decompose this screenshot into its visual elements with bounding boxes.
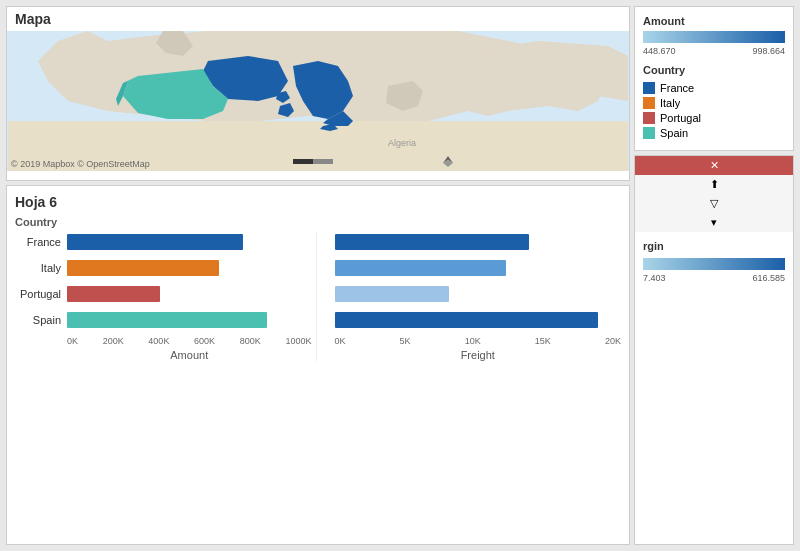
france-color-swatch <box>643 82 655 94</box>
amount-x-axis: 0K 200K 400K 600K 800K 1000K <box>15 336 312 346</box>
margin-max: 616.585 <box>752 273 785 283</box>
freight-bar-france <box>335 234 530 250</box>
table-row: France <box>15 232 312 252</box>
italy-label: Italy <box>660 97 680 109</box>
list-item: Spain <box>643 127 785 139</box>
freight-chart: 0K 5K 10K 15K 20K Freight <box>325 232 622 361</box>
amount-bar-italy <box>67 260 219 276</box>
bar-container <box>335 260 622 276</box>
table-row <box>325 310 622 330</box>
tick: 1000K <box>285 336 311 346</box>
filter-section: ✕ ⬆ ▽ ▾ rgin 7.403 616.585 <box>634 155 794 545</box>
tick: 400K <box>148 336 169 346</box>
freight-x-axis: 0K 5K 10K 15K 20K <box>325 336 622 346</box>
france-label: France <box>660 82 694 94</box>
map-svg: Algeria Irán Turquía <box>7 31 629 171</box>
margin-gradient-labels: 7.403 616.585 <box>643 273 785 283</box>
list-item: France <box>643 82 785 94</box>
bar-container <box>67 312 312 328</box>
list-item: Portugal <box>643 112 785 124</box>
svg-text:Algeria: Algeria <box>388 138 416 148</box>
close-button[interactable]: ✕ <box>635 156 793 175</box>
svg-rect-5 <box>293 159 313 164</box>
bar-container <box>67 234 312 250</box>
amount-min: 448.670 <box>643 46 676 56</box>
tick: 600K <box>194 336 215 346</box>
amount-bar-spain <box>67 312 267 328</box>
export-button[interactable]: ⬆ <box>635 175 793 194</box>
filter-toolbar: ✕ ⬆ ▽ ▾ <box>635 156 793 232</box>
country-legend-items: France Italy Portugal Spain <box>643 82 785 139</box>
amount-chart: France Italy Portugal <box>15 232 317 361</box>
right-panel: Amount 448.670 998.664 Country France It… <box>634 6 794 545</box>
amount-legend: Amount 448.670 998.664 Country France It… <box>634 6 794 151</box>
bar-container <box>335 286 622 302</box>
map-copyright: © 2019 Mapbox © OpenStreetMap <box>11 159 150 169</box>
amount-gradient-bar <box>643 31 785 43</box>
freight-axis-label: Freight <box>325 349 622 361</box>
filter-button[interactable]: ▽ <box>635 194 793 213</box>
italy-color-swatch <box>643 97 655 109</box>
country-legend-title: Country <box>643 64 785 76</box>
tick: 10K <box>465 336 481 346</box>
filter-content: rgin 7.403 616.585 <box>635 232 793 291</box>
table-row <box>325 284 622 304</box>
chart-title: Hoja 6 <box>15 194 621 210</box>
margin-filter-title: rgin <box>643 240 785 252</box>
tick: 5K <box>400 336 411 346</box>
country-label-italy: Italy <box>15 262 67 274</box>
country-label-france: France <box>15 236 67 248</box>
country-label-header: Country <box>15 216 621 228</box>
table-row: Italy <box>15 258 312 278</box>
bar-container <box>335 234 622 250</box>
tick: 15K <box>535 336 551 346</box>
country-label-portugal: Portugal <box>15 288 67 300</box>
chart-section-inner: France Italy Portugal <box>15 232 621 361</box>
tick: 0K <box>335 336 346 346</box>
freight-bar-spain <box>335 312 599 328</box>
freight-bar-italy <box>335 260 507 276</box>
bar-container <box>67 260 312 276</box>
main-container: Mapa Algeria Irán Turquí <box>0 0 800 551</box>
amount-bar-portugal <box>67 286 160 302</box>
tick: 200K <box>103 336 124 346</box>
map-area: Algeria Irán Turquía <box>7 31 629 171</box>
table-row <box>325 232 622 252</box>
list-item: Italy <box>643 97 785 109</box>
amount-bar-france <box>67 234 243 250</box>
amount-legend-title: Amount <box>643 15 785 27</box>
country-label-spain: Spain <box>15 314 67 326</box>
spain-color-swatch <box>643 127 655 139</box>
spain-label: Spain <box>660 127 688 139</box>
table-row <box>325 258 622 278</box>
tick: 800K <box>240 336 261 346</box>
table-row: Spain <box>15 310 312 330</box>
portugal-label: Portugal <box>660 112 701 124</box>
amount-max: 998.664 <box>752 46 785 56</box>
freight-bar-portugal <box>335 286 450 302</box>
bar-container <box>335 312 622 328</box>
expand-button[interactable]: ▾ <box>635 213 793 232</box>
margin-min: 7.403 <box>643 273 666 283</box>
portugal-color-swatch <box>643 112 655 124</box>
left-panel: Mapa Algeria Irán Turquí <box>6 6 630 545</box>
margin-gradient-bar <box>643 258 785 270</box>
table-row: Portugal <box>15 284 312 304</box>
map-title: Mapa <box>7 7 629 31</box>
map-section: Mapa Algeria Irán Turquí <box>6 6 630 181</box>
tick: 20K <box>605 336 621 346</box>
bar-container <box>67 286 312 302</box>
chart-section: Hoja 6 Country France Italy <box>6 185 630 545</box>
amount-gradient-labels: 448.670 998.664 <box>643 46 785 56</box>
amount-axis-label: Amount <box>15 349 312 361</box>
tick: 0K <box>67 336 78 346</box>
